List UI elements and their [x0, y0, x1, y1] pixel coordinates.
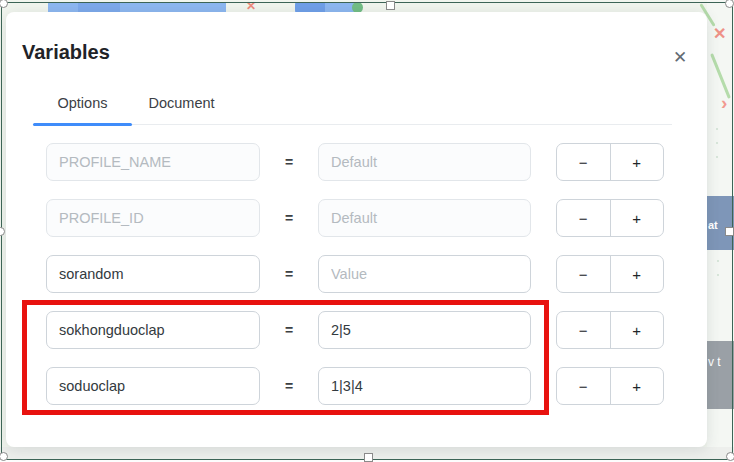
variable-row: = − +	[46, 143, 707, 181]
variable-name-input[interactable]	[46, 367, 260, 405]
remove-row-button[interactable]: −	[557, 312, 610, 348]
screenshot-canvas: ✕ ✕ › at v t Variables ✕ Options Documen…	[0, 0, 734, 462]
row-stepper: − +	[556, 199, 664, 237]
variable-name-input[interactable]	[46, 199, 260, 237]
tab-options[interactable]: Options	[33, 91, 132, 124]
variable-row: = − +	[46, 311, 707, 349]
equals-sign: =	[260, 378, 318, 394]
add-row-button[interactable]: +	[610, 200, 664, 236]
add-row-button[interactable]: +	[610, 368, 664, 404]
row-stepper: − +	[556, 143, 664, 181]
variable-row: = − +	[46, 255, 707, 293]
variables-dialog: Variables ✕ Options Document = − + = − +…	[6, 12, 707, 447]
background-blue-label: at	[707, 196, 734, 250]
equals-sign: =	[260, 210, 318, 226]
close-icon[interactable]: ✕	[668, 46, 692, 70]
variable-name-input[interactable]	[46, 255, 260, 293]
selection-handle-bottom-middle[interactable]	[364, 453, 373, 462]
variable-row: = − +	[46, 199, 707, 237]
variable-value-input[interactable]	[318, 255, 531, 293]
row-stepper: − +	[556, 255, 664, 293]
selection-handle-middle-right[interactable]	[725, 227, 734, 236]
row-stepper: − +	[556, 367, 664, 405]
remove-row-button[interactable]: −	[557, 368, 610, 404]
remove-row-button[interactable]: −	[557, 200, 610, 236]
background-gray-label: v t	[707, 341, 734, 409]
variable-value-input[interactable]	[318, 199, 531, 237]
variable-rows: = − + = − + = − + = − + =	[46, 143, 707, 405]
equals-sign: =	[260, 154, 318, 170]
add-row-button[interactable]: +	[610, 144, 664, 180]
variable-row: = − +	[46, 367, 707, 405]
variable-name-input[interactable]	[46, 311, 260, 349]
selection-handle-bottom-right[interactable]	[726, 452, 734, 461]
add-row-button[interactable]: +	[610, 312, 664, 348]
selection-handle-top-middle[interactable]	[386, 1, 395, 10]
dialog-title: Variables	[22, 40, 707, 64]
background-gray-label-text: v t	[708, 355, 734, 369]
map-x-marker-icon: ✕	[713, 24, 726, 43]
selection-handle-top-left[interactable]	[0, 0, 8, 8]
add-row-button[interactable]: +	[610, 256, 664, 292]
row-stepper: − +	[556, 311, 664, 349]
selection-handle-middle-left[interactable]	[0, 227, 5, 236]
variable-value-input[interactable]	[318, 311, 531, 349]
remove-row-button[interactable]: −	[557, 256, 610, 292]
map-dotted-route	[716, 128, 718, 130]
remove-row-button[interactable]: −	[557, 144, 610, 180]
tab-document[interactable]: Document	[132, 91, 231, 124]
variable-value-input[interactable]	[318, 143, 531, 181]
equals-sign: =	[260, 322, 318, 338]
variable-value-input[interactable]	[318, 367, 531, 405]
equals-sign: =	[260, 266, 318, 282]
variable-name-input[interactable]	[46, 143, 260, 181]
map-chevron-icon: ›	[721, 92, 727, 114]
tab-bar: Options Document	[33, 91, 672, 125]
